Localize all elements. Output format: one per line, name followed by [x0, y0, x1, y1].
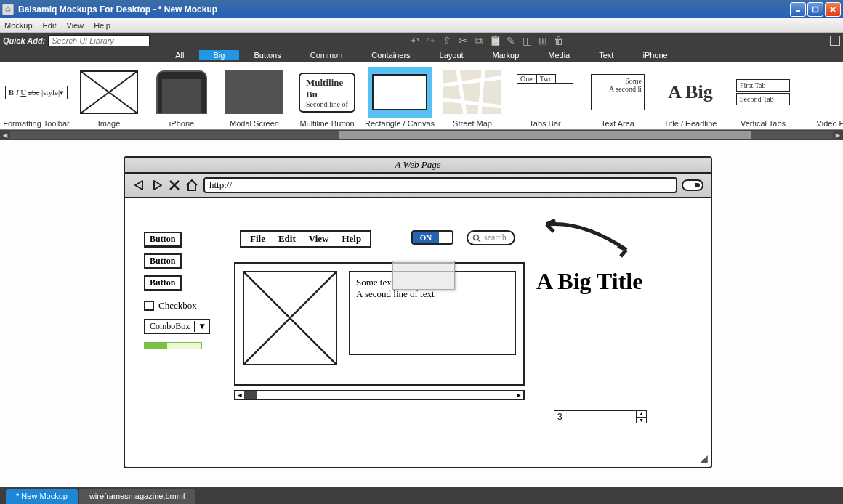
document-tabs: * New Mockup wireframesmagazine.bmml	[0, 487, 843, 504]
cut-icon[interactable]: ✂	[457, 35, 469, 47]
stop-icon[interactable]	[167, 178, 182, 192]
window-title: Balsamiq Mockups For Desktop - * New Moc…	[18, 4, 217, 15]
lib-video-player[interactable]: Video Pl	[799, 62, 843, 129]
scroll-left-icon[interactable]: ◄	[0, 131, 10, 139]
lib-tabs-bar[interactable]: OneTwo Tabs Bar	[509, 62, 581, 129]
quickadd-input[interactable]	[48, 35, 150, 46]
mockup-toggle[interactable]: ON	[411, 230, 453, 245]
undo-icon[interactable]: ↶	[409, 35, 421, 47]
redo-icon[interactable]: ↷	[425, 35, 437, 47]
browser-url-field[interactable]: http://	[203, 177, 677, 193]
close-button[interactable]	[825, 2, 841, 17]
resize-grip-icon[interactable]: ◢	[700, 452, 708, 464]
menu-mockup[interactable]: Mockup	[4, 21, 33, 30]
mockup-checkbox[interactable]: Checkbox	[144, 300, 197, 312]
quickadd-label: Quick Add:	[3, 36, 45, 45]
cattab-big[interactable]: Big	[199, 50, 240, 60]
copy-icon[interactable]: ⧉	[473, 35, 485, 47]
lib-vertical-tabs[interactable]: First TabSecond Tab Vertical Tabs	[727, 62, 799, 129]
lib-multiline-button[interactable]: Multiline BuSecond line of Multiline But…	[291, 62, 363, 129]
cattab-buttons[interactable]: Buttons	[239, 50, 295, 60]
category-tabs: All Big Buttons Common Containers Layout…	[0, 49, 843, 62]
delete-icon[interactable]: 🗑	[553, 35, 565, 47]
cattab-iphone[interactable]: iPhone	[628, 50, 682, 60]
lock-icon[interactable]: ✎	[505, 35, 517, 47]
app-menubar: Mockup Edit View Help	[0, 18, 843, 33]
forward-icon[interactable]	[150, 178, 164, 192]
mockup-button-3[interactable]: Button	[144, 275, 182, 291]
lib-title[interactable]: A Big Title / Headline	[654, 62, 727, 129]
back-icon[interactable]	[132, 178, 147, 192]
doctab-new-mockup[interactable]: * New Mockup	[6, 489, 78, 504]
cattab-all[interactable]: All	[161, 50, 198, 60]
doctab-wireframes[interactable]: wireframesmagazine.bmml	[79, 489, 195, 504]
browser-title: A Web Page	[125, 158, 711, 174]
mockup-hscrollbar[interactable]: ◄►	[234, 390, 525, 400]
minimize-button[interactable]	[790, 2, 806, 17]
cattab-containers[interactable]: Containers	[357, 50, 424, 60]
lib-text-area[interactable]: SomeA second li Text Area	[581, 62, 654, 129]
search-icon	[472, 234, 481, 243]
mockup-image-placeholder[interactable]	[243, 271, 337, 365]
mockup-button-2[interactable]: Button	[144, 253, 182, 269]
mockup-progressbar[interactable]	[144, 342, 202, 349]
library-scrollbar[interactable]: ◄ ►	[0, 130, 843, 140]
home-icon[interactable]	[185, 178, 199, 192]
mockup-menubar[interactable]: FileEditViewHelp	[240, 230, 371, 248]
maximize-button[interactable]	[807, 2, 823, 17]
menu-edit[interactable]: Edit	[43, 21, 57, 30]
mockup-browser-window[interactable]: A Web Page http:// Button Button Button …	[124, 156, 712, 468]
app-icon: ◎	[2, 4, 14, 15]
paste-icon[interactable]: 📋	[489, 35, 501, 47]
lib-formatting-toolbar[interactable]: B I U abc |style|▾ Formatting Toolbar	[0, 62, 73, 129]
toolbar-icons: ↶ ↷ ⇪ ✂ ⧉ 📋 ✎ ◫ ⊞ 🗑	[409, 35, 565, 47]
cattab-media[interactable]: Media	[533, 50, 584, 60]
menu-view[interactable]: View	[67, 21, 84, 30]
design-canvas[interactable]: A Web Page http:// Button Button Button …	[0, 140, 843, 487]
cattab-text[interactable]: Text	[584, 50, 628, 60]
mockup-combobox[interactable]: ComboBox▼	[144, 319, 210, 334]
ui-library: B I U abc |style|▾ Formatting Toolbar Im…	[0, 62, 843, 130]
ungroup-icon[interactable]: ⊞	[537, 35, 549, 47]
drag-preview	[392, 261, 455, 290]
menu-help[interactable]: Help	[94, 21, 110, 30]
browser-toolbar: http://	[125, 174, 711, 198]
scrollbar-thumb[interactable]	[339, 131, 751, 139]
lib-image[interactable]: Image	[73, 62, 145, 129]
import-icon[interactable]: ⇪	[441, 35, 453, 47]
window-titlebar: ◎ Balsamiq Mockups For Desktop - * New M…	[0, 0, 843, 18]
svg-point-10	[474, 235, 479, 240]
cattab-markup[interactable]: Markup	[478, 50, 534, 60]
cattab-layout[interactable]: Layout	[425, 50, 478, 60]
svg-rect-1	[813, 7, 818, 12]
lib-modal-screen[interactable]: Modal Screen	[218, 62, 291, 129]
group-icon[interactable]: ◫	[521, 35, 533, 47]
svg-line-11	[478, 240, 480, 242]
scroll-right-icon[interactable]: ►	[833, 131, 843, 139]
lib-rectangle[interactable]: Rectangle / Canvas	[363, 62, 436, 129]
lib-street-map[interactable]: Street Map	[436, 62, 509, 129]
mockup-big-title[interactable]: A Big Title	[536, 268, 642, 295]
mockup-search[interactable]: search	[467, 230, 515, 245]
mockup-numeric-stepper[interactable]: 3 ▲▼	[554, 410, 647, 423]
mockup-button-1[interactable]: Button	[144, 232, 182, 248]
fullscreen-icon[interactable]	[830, 36, 840, 46]
cattab-common[interactable]: Common	[296, 50, 358, 60]
quickadd-toolbar: Quick Add: ↶ ↷ ⇪ ✂ ⧉ 📋 ✎ ◫ ⊞ 🗑	[0, 33, 843, 49]
lib-iphone[interactable]: iPhone	[145, 62, 218, 129]
mockup-arrow[interactable]	[539, 217, 634, 261]
browser-go-button[interactable]	[682, 179, 703, 191]
